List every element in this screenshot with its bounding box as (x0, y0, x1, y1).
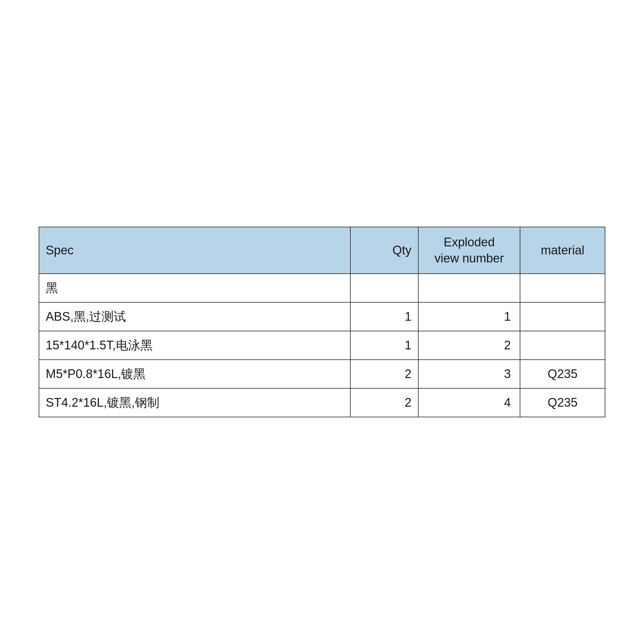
cell-material: Q235 (520, 360, 605, 388)
cell-qty: 1 (350, 302, 418, 331)
header-material: material (520, 227, 605, 274)
table-row: ST4.2*16L,镀黑,钢制24Q235 (39, 388, 605, 417)
table-body: 黑ABS,黑,过测试1115*140*1.5T,电泳黑12M5*P0.8*16L… (39, 274, 605, 417)
table-header-row: Spec Qty Explodedview number material (39, 227, 605, 274)
cell-material (520, 331, 605, 360)
cell-qty (350, 274, 418, 302)
header-exploded: Explodedview number (418, 227, 520, 274)
cell-spec: 黑 (39, 274, 350, 302)
table-row: ABS,黑,过测试11 (39, 302, 605, 331)
table-row: 黑 (39, 274, 605, 302)
cell-exploded: 4 (418, 388, 520, 417)
cell-spec: ST4.2*16L,镀黑,钢制 (39, 388, 350, 417)
cell-exploded: 1 (418, 302, 520, 331)
table-row: 15*140*1.5T,电泳黑12 (39, 331, 605, 360)
cell-qty: 1 (350, 331, 418, 360)
header-qty: Qty (350, 227, 418, 274)
table-wrapper: Spec Qty Explodedview number material 黑A… (39, 227, 605, 417)
cell-exploded (418, 274, 520, 302)
header-spec: Spec (39, 227, 350, 274)
cell-spec: M5*P0.8*16L,镀黑 (39, 360, 350, 388)
cell-material (520, 302, 605, 331)
cell-exploded: 3 (418, 360, 520, 388)
cell-spec: 15*140*1.5T,电泳黑 (39, 331, 350, 360)
cell-material (520, 274, 605, 302)
cell-material: Q235 (520, 388, 605, 417)
cell-exploded: 2 (418, 331, 520, 360)
cell-qty: 2 (350, 388, 418, 417)
cell-spec: ABS,黑,过测试 (39, 302, 350, 331)
table-row: M5*P0.8*16L,镀黑23Q235 (39, 360, 605, 388)
parts-table: Spec Qty Explodedview number material 黑A… (39, 227, 605, 417)
page-container: Spec Qty Explodedview number material 黑A… (0, 0, 644, 644)
cell-qty: 2 (350, 360, 418, 388)
